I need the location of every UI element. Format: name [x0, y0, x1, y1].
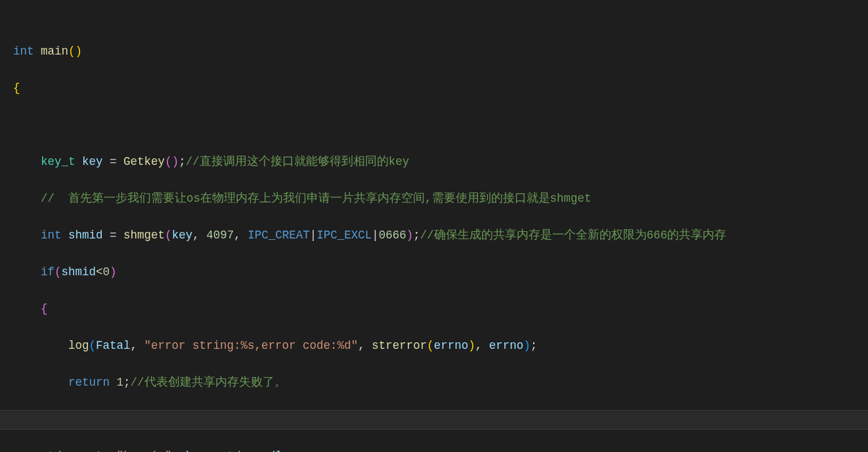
code-line: if(shmid<0): [13, 263, 868, 281]
code-line: log(Fatal, "error string:%s,error code:%…: [13, 336, 868, 355]
code-line: key_t key = Getkey();//直接调用这个接口就能够得到相同的k…: [13, 152, 868, 171]
code-line: }: [13, 410, 868, 428]
code-line: return 1;//代表创建共享内存失败了。: [13, 373, 868, 392]
code-line: int main(): [13, 42, 868, 60]
code-editor[interactable]: int main() { key_t key = Getkey();//直接调用…: [0, 0, 868, 452]
code-line: int shmid = shmget(key, 4097, IPC_CREAT|…: [13, 226, 868, 244]
code-line: // 首先第一步我们需要让os在物理内存上为我们申请一片共享内存空间,需要使用到…: [13, 189, 868, 208]
code-line: {: [13, 300, 868, 318]
code-line: {: [13, 79, 868, 97]
code-line: [13, 116, 868, 134]
code-line: std::cout<<"key is"<<key<<std::endl;: [13, 447, 868, 452]
